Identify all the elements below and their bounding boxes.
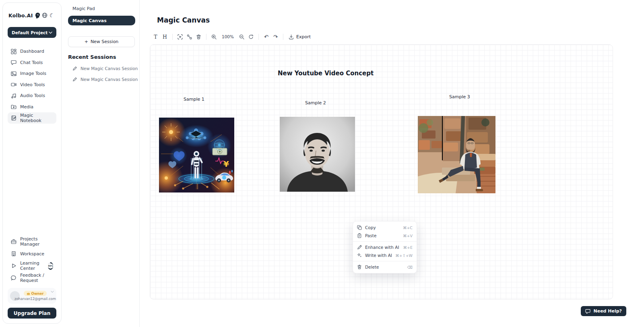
language-globe-icon[interactable]	[41, 12, 49, 19]
music-note-icon	[11, 93, 17, 99]
magic-canvas-label: Magic Canvas	[72, 18, 107, 23]
user-meta: Owner zoharvan12@gmail.com	[22, 291, 48, 301]
video-camera-icon	[11, 82, 17, 87]
zoom-out-button[interactable]	[237, 32, 246, 41]
heading-tool-button[interactable]: H	[160, 32, 169, 41]
select-tool-button[interactable]	[175, 32, 185, 41]
session-panel: Magic Pad Magic Canvas + New Session Rec…	[63, 0, 140, 327]
context-menu-delete[interactable]: Delete ⌫	[353, 263, 417, 271]
sidebar-item-label: Media	[20, 104, 33, 110]
redo-button[interactable]: ↷	[271, 32, 280, 41]
context-menu-divider	[353, 261, 417, 261]
context-menu-copy[interactable]: Copy ⌘+C	[353, 224, 417, 232]
reset-view-button[interactable]	[246, 32, 256, 41]
user-email: zoharvan12@gmail.com	[14, 297, 56, 301]
context-menu-enhance-with-ai[interactable]: Enhance with AI ⌘+E	[353, 243, 417, 251]
sample-image-2[interactable]	[280, 117, 355, 192]
pencil-icon	[72, 77, 77, 82]
select-area-icon	[178, 34, 183, 39]
sidebar-item-label: Magic Notebook	[20, 113, 53, 123]
rotate-icon	[248, 34, 254, 39]
primary-sidebar: Kolbo.AI ☾ Default Project Dashboard Cha…	[2, 2, 62, 324]
magic-canvas-item-selected[interactable]: Magic Canvas	[68, 16, 135, 25]
canvas-grid[interactable]: New Youtube Video Concept Sample 1 Sampl…	[150, 44, 613, 300]
sample-3-label[interactable]: Sample 3	[449, 94, 470, 99]
context-menu-divider	[353, 241, 417, 242]
export-button[interactable]: Export	[286, 34, 313, 39]
trash-icon	[196, 34, 201, 39]
project-selector-dropdown[interactable]: Default Project	[8, 27, 56, 38]
page-title: Magic Canvas	[157, 16, 210, 24]
brand-name: Kolbo.AI	[8, 12, 33, 19]
sample-image-1[interactable]: ¥	[159, 118, 234, 192]
sidebar-item-projects-manager[interactable]: Projects Manager	[8, 236, 56, 248]
sample-image-3[interactable]	[418, 116, 495, 193]
zoom-in-icon	[211, 34, 217, 39]
undo-icon: ↶	[264, 34, 268, 40]
sidebar-item-video-tools[interactable]: Video Tools	[8, 79, 56, 91]
recent-sessions-title: Recent Sessions	[68, 54, 139, 60]
connector-icon	[187, 34, 192, 39]
sidebar-item-media[interactable]: Media	[8, 101, 56, 113]
write-ai-icon	[357, 253, 362, 258]
magic-pad-item[interactable]: Magic Pad	[63, 0, 139, 11]
dark-mode-moon-icon[interactable]: ☾	[48, 12, 56, 19]
toolbar-divider	[206, 34, 206, 40]
toolbar-divider	[258, 34, 259, 40]
context-menu-paste[interactable]: Paste ⌘+V	[353, 232, 417, 240]
redo-icon: ↷	[273, 34, 278, 40]
session-list-item[interactable]: New Magic Canvas Session	[63, 66, 139, 71]
sidebar-item-magic-notebook[interactable]: Magic Notebook	[8, 112, 56, 124]
delete-tool-button[interactable]	[194, 32, 203, 41]
sidebar-item-label: Projects Manager	[20, 236, 53, 247]
svg-text:¥: ¥	[223, 159, 229, 169]
sidebar-item-learning-center[interactable]: Learning Center 66%	[8, 260, 56, 272]
session-list-item[interactable]: New Magic Canvas Session	[63, 77, 139, 82]
enhance-ai-icon	[357, 245, 362, 250]
sidebar-item-label: Feedback / Request	[20, 273, 53, 283]
sidebar-nav: Dashboard Chat Tools Image Tools Video T…	[8, 46, 56, 124]
sidebar-item-label: Video Tools	[20, 82, 45, 87]
toolbar-divider	[283, 34, 283, 40]
user-account-card[interactable]: Owner zoharvan12@gmail.com	[8, 288, 56, 304]
image-icon	[11, 71, 17, 77]
need-help-button[interactable]: Need Help?	[581, 306, 626, 316]
sidebar-bottom-nav: Projects Manager Workspace Learning Cent…	[8, 236, 56, 319]
sidebar-item-chat-tools[interactable]: Chat Tools	[8, 57, 56, 68]
sidebar-item-workspace[interactable]: Workspace	[8, 248, 56, 260]
sidebar-item-image-tools[interactable]: Image Tools	[8, 68, 56, 79]
canvas-heading-text[interactable]: New Youtube Video Concept	[278, 70, 374, 77]
sidebar-item-dashboard[interactable]: Dashboard	[8, 46, 56, 57]
context-menu-write-with-ai[interactable]: Write with AI ⌘+⇧+W	[353, 251, 417, 259]
zoom-in-button[interactable]	[209, 32, 219, 41]
need-help-label: Need Help?	[593, 308, 622, 314]
undo-button[interactable]: ↶	[262, 32, 271, 41]
context-menu-shortcut: ⌘+⇧+W	[395, 253, 413, 258]
upgrade-plan-label: Upgrade Plan	[14, 310, 50, 316]
sample-2-label[interactable]: Sample 2	[305, 100, 326, 106]
owner-role-label: Owner	[31, 292, 43, 296]
sidebar-item-feedback-request[interactable]: Feedback / Request	[8, 272, 56, 284]
heading-tool-icon: H	[163, 34, 167, 40]
sidebar-item-label: Image Tools	[20, 71, 46, 76]
upgrade-plan-button[interactable]: Upgrade Plan	[8, 308, 56, 319]
briefcase-icon	[11, 239, 17, 244]
context-menu-shortcut: ⌫	[407, 265, 413, 269]
context-menu-label: Enhance with AI	[365, 245, 399, 250]
brand-logo[interactable]: Kolbo.AI	[8, 12, 41, 19]
context-menu-label: Paste	[365, 233, 376, 238]
toolbar-divider	[172, 34, 173, 40]
new-session-label: New Session	[91, 39, 118, 44]
sidebar-item-audio-tools[interactable]: Audio Tools	[8, 90, 56, 101]
chat-icon	[11, 60, 17, 65]
pencil-icon	[72, 66, 77, 71]
new-session-button[interactable]: + New Session	[68, 36, 135, 47]
magic-pad-label: Magic Pad	[72, 6, 95, 11]
plus-icon: +	[85, 39, 88, 44]
notebook-icon	[11, 115, 17, 121]
text-tool-button[interactable]: T	[151, 32, 160, 41]
zoom-out-icon	[239, 34, 244, 39]
connector-tool-button[interactable]	[185, 32, 194, 41]
chevron-down-icon	[51, 291, 54, 293]
sample-1-label[interactable]: Sample 1	[184, 97, 204, 102]
